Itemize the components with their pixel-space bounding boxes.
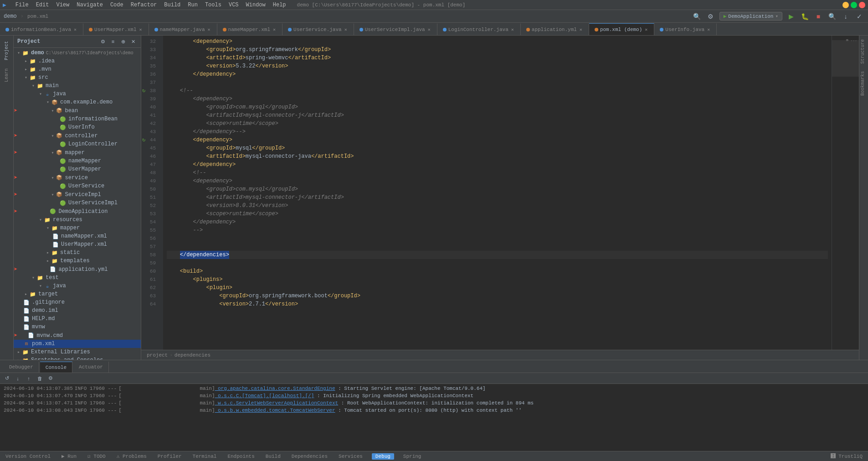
status-debug[interactable]: Debug xyxy=(372,453,394,460)
tree-item-pomxml[interactable]: m pom.xml xyxy=(14,340,141,348)
tree-item-userservice[interactable]: 🟢 UserService xyxy=(14,182,141,190)
tree-item-java-test[interactable]: ▾ ☕ java xyxy=(14,282,141,290)
menu-build[interactable]: Build xyxy=(160,0,184,10)
status-version-control[interactable]: Version Control xyxy=(4,454,52,459)
menu-help[interactable]: Help xyxy=(269,0,290,10)
console-restart-btn[interactable]: ↺ xyxy=(2,373,12,383)
status-run[interactable]: ▶ Run xyxy=(60,453,78,459)
tree-item-package[interactable]: ▾ 📦 com.example.demo xyxy=(14,98,141,106)
log-class-4[interactable]: o.s.b.w.embedded.tomcat.TomcatWebServer xyxy=(215,408,335,413)
minimize-button[interactable] xyxy=(842,2,849,8)
tree-item-service[interactable]: ➤ ▾ 📦 service xyxy=(14,173,141,182)
tab-usermapper-xml[interactable]: UserMapper.xml ✕ xyxy=(83,23,149,35)
menu-run[interactable]: Run xyxy=(184,0,201,10)
tab-userservice[interactable]: UserService.java ✕ xyxy=(282,23,354,35)
structure-tab[interactable]: Structure xyxy=(859,36,868,67)
project-settings-btn[interactable]: ⚙ xyxy=(99,37,107,46)
tab-namemapper[interactable]: nameMapper.java ✕ xyxy=(149,23,217,35)
status-endpoints[interactable]: Endpoints xyxy=(226,454,256,459)
menu-code[interactable]: Code xyxy=(107,0,127,10)
tree-item-usermapper-xml[interactable]: 📄 UserMapper.xml xyxy=(14,240,141,249)
log-class-3[interactable]: w.s.c.ServletWebServerApplicationContext xyxy=(215,400,338,406)
log-class-1[interactable]: org.apache.catalina.core.StandardEngine xyxy=(215,386,335,391)
tab-application-yml[interactable]: application.yml ✕ xyxy=(521,23,589,35)
tree-item-helpmd[interactable]: 📄 HELP.md xyxy=(14,315,141,323)
menu-refactor[interactable]: Refactor xyxy=(127,0,161,10)
status-terminal[interactable]: Terminal xyxy=(191,454,219,459)
console-scroll-end-btn[interactable]: ↓ xyxy=(13,373,23,383)
tree-item-mapper-folder[interactable]: ▾ 📁 mapper xyxy=(14,224,141,232)
settings-button[interactable]: ⚙ xyxy=(706,11,716,21)
console-scroll-up-btn[interactable]: ↑ xyxy=(24,373,34,383)
status-profiler[interactable]: Profiler xyxy=(156,454,184,459)
tree-item-java-src[interactable]: ▾ ☕ java xyxy=(14,90,141,98)
tab-close-namemapper-xml[interactable]: ✕ xyxy=(272,26,277,33)
tree-item-test[interactable]: ▾ 📁 test xyxy=(14,274,141,282)
tree-item-informationbean[interactable]: 🟢 informationBean xyxy=(14,115,141,123)
tree-item-resources[interactable]: ▾ 📁 resources xyxy=(14,216,141,224)
maximize-button[interactable] xyxy=(851,2,857,8)
tree-item-idea[interactable]: ▸ 📁 .idea xyxy=(14,57,141,65)
menu-window[interactable]: Window xyxy=(242,0,269,10)
tree-item-namemapper[interactable]: 🟢 nameMapper xyxy=(14,157,141,165)
search-everywhere-button[interactable]: 🔍 xyxy=(692,11,702,21)
stop-button[interactable]: ■ xyxy=(813,11,823,21)
status-spring[interactable]: Spring xyxy=(401,454,423,459)
tree-item-main[interactable]: ▾ 📁 main xyxy=(14,82,141,90)
git-update-button[interactable]: ↓ xyxy=(841,11,851,21)
status-todo[interactable]: ☑ TODO xyxy=(86,453,108,459)
run-button[interactable]: ▶ xyxy=(786,11,796,21)
project-scroll-btn[interactable]: ⊕ xyxy=(119,37,127,46)
tree-item-static[interactable]: ▸ 📁 static xyxy=(14,249,141,257)
tab-close-userinfo[interactable]: ✕ xyxy=(706,26,711,33)
tree-item-root[interactable]: ▾ 📁 demo C:\Users\86177\IdeaProjects\dem… xyxy=(14,49,141,57)
project-tab[interactable]: Project xyxy=(3,37,10,64)
menu-view[interactable]: View xyxy=(52,0,73,10)
tree-item-gitignore[interactable]: 📄 .gitignore xyxy=(14,298,141,306)
status-build[interactable]: Build xyxy=(264,454,282,459)
tree-item-logincontroller[interactable]: 🟢 LoginController xyxy=(14,140,141,148)
tab-close-userserviceimpl[interactable]: ✕ xyxy=(427,26,431,33)
run-config-selector[interactable]: ▶ DemoApplication ▾ xyxy=(719,12,782,21)
console-tab[interactable]: Console xyxy=(40,362,72,373)
tree-item-scratches[interactable]: ▸ 📁 Scratches and Consoles xyxy=(14,356,141,360)
project-close-btn[interactable]: ✕ xyxy=(129,37,137,46)
tab-informationbean[interactable]: informationBean.java ✕ xyxy=(0,23,83,35)
project-collapse-btn[interactable]: ≡ xyxy=(109,37,117,46)
close-button[interactable] xyxy=(859,2,865,8)
tab-logincontroller[interactable]: LoginController.java ✕ xyxy=(437,23,521,35)
search-button[interactable]: 🔍 xyxy=(827,11,837,21)
status-problems[interactable]: ⚠ Problems xyxy=(115,453,149,459)
status-rightinfo[interactable]: 🅸 TrustliQ xyxy=(829,453,864,459)
tab-namemapper-xml[interactable]: nameMapper.xml ✕ xyxy=(217,23,282,35)
menu-navigate[interactable]: Navigate xyxy=(73,0,107,10)
tab-userserviceimpl[interactable]: UserServiceImpl.java ✕ xyxy=(354,23,437,35)
tab-close-appyml[interactable]: ✕ xyxy=(579,26,583,33)
tree-item-src[interactable]: ▾ 📁 src xyxy=(14,73,141,82)
tab-pomxml[interactable]: pom.xml (demo) ✕ xyxy=(589,23,654,35)
menu-edit[interactable]: Edit xyxy=(32,0,53,10)
tab-close-logincontroller[interactable]: ✕ xyxy=(510,26,515,33)
menu-file[interactable]: File xyxy=(12,0,32,10)
tree-item-demoiml[interactable]: 📄 demo.iml xyxy=(14,306,141,315)
tree-item-mapper-pkg[interactable]: ➤ ▾ 📦 mapper xyxy=(14,148,141,157)
tree-item-target[interactable]: ▸ 📁 target xyxy=(14,290,141,298)
tree-item-userinfo[interactable]: 🟢 UserInfo xyxy=(14,123,141,131)
menu-vcs[interactable]: VCS xyxy=(225,0,242,10)
tab-close-informationbean[interactable]: ✕ xyxy=(73,26,77,33)
console-clear-btn[interactable]: 🗑 xyxy=(35,373,45,383)
tree-item-userserviceimpl[interactable]: 🟢 UserServiceImpl xyxy=(14,199,141,207)
tree-item-namemapper-xml[interactable]: 📄 nameMapper.xml xyxy=(14,232,141,240)
bookmarks-tab[interactable]: Bookmarks xyxy=(859,67,868,99)
tree-item-appyml[interactable]: ➤ 📄 application.yml xyxy=(14,265,141,274)
tree-item-controller[interactable]: ➤ ▾ 📦 controller xyxy=(14,131,141,140)
tree-item-usermapper[interactable]: 🟢 UserMapper xyxy=(14,165,141,173)
breadcrumb-project[interactable]: project xyxy=(147,352,168,358)
tab-close-pom[interactable]: ✕ xyxy=(644,26,648,33)
tab-userinfo[interactable]: UserInfo.java ✕ xyxy=(654,23,717,35)
learn-tab[interactable]: Learn xyxy=(3,65,10,86)
tree-item-templates[interactable]: ▸ 📁 templates xyxy=(14,257,141,265)
tree-item-demoapplication[interactable]: ➤ 🟢 DemoApplication xyxy=(14,207,141,216)
tree-item-serviceimpl[interactable]: ➤ ▾ 📦 ServiceImpl xyxy=(14,190,141,199)
status-dependencies[interactable]: Dependencies xyxy=(290,454,329,459)
